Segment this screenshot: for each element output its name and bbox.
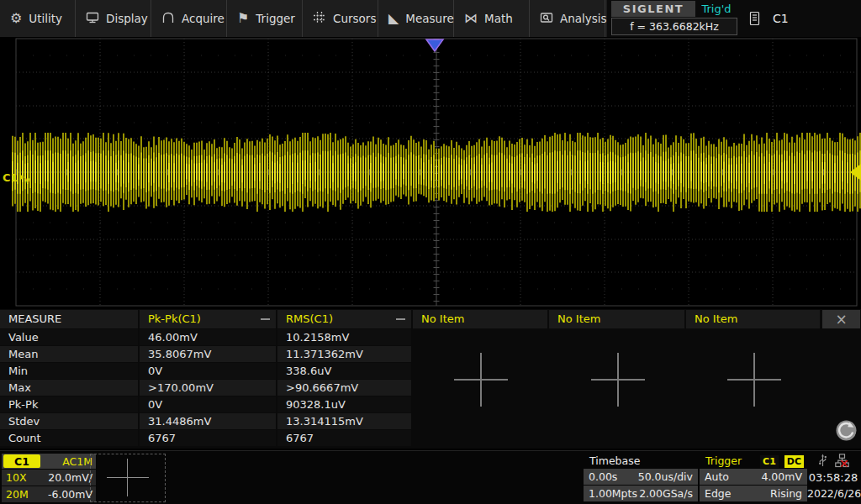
- sample-rate: 2.00GSa/s: [639, 487, 693, 500]
- trigger-slope: Rising: [770, 487, 802, 500]
- timebase-box[interactable]: Timebase 0.00s 50.0us/div 1.00Mpts 2.00G…: [584, 454, 698, 502]
- menu-label: Analysis: [560, 12, 607, 25]
- top-menu-bar: ⚙ Utility Display Acquire ⚑ Trigger Curs…: [0, 0, 861, 37]
- bowtie-m-icon: ⋈: [464, 12, 478, 25]
- clipboard-icon: [748, 11, 761, 26]
- table-row: Pk-Pk 0V 90328.1uV: [0, 396, 411, 412]
- right-arrow-icon: [19, 174, 24, 181]
- waveform-arch-icon: [161, 11, 175, 27]
- remove-measurement-button[interactable]: [396, 318, 405, 320]
- menu-item-trigger[interactable]: ⚑ Trigger: [227, 0, 303, 37]
- active-channel-indicator[interactable]: C1: [748, 0, 789, 36]
- menu-item-acquire[interactable]: Acquire: [151, 0, 227, 37]
- add-measurement-button[interactable]: [591, 353, 645, 407]
- trigger-level: 4.00mV: [761, 470, 802, 483]
- active-channel-label: C1: [773, 12, 789, 25]
- channel1-descriptor-box[interactable]: C1 AC1M 10X 20.0mV/ 20M -6.00mV: [2, 454, 96, 502]
- reset-statistics-button[interactable]: [835, 419, 858, 442]
- table-row: Mean 35.8067mV 11.371362mV: [0, 346, 411, 362]
- oscilloscope-screen: ⚙ Utility Display Acquire ⚑ Trigger Curs…: [0, 0, 861, 504]
- monitor-icon: [86, 11, 99, 27]
- circular-arrows-icon: [835, 419, 858, 442]
- channel-offset-label: C1: [3, 171, 18, 184]
- set-square-icon: ◣: [388, 12, 399, 25]
- menu-label: Trigger: [256, 12, 295, 25]
- menu-item-display[interactable]: Display: [76, 0, 151, 37]
- timebase-title: Timebase: [584, 454, 698, 468]
- trigger-box[interactable]: Trigger C1 DC Auto 4.00mV Edge Rising: [700, 454, 807, 502]
- menu-item-measure[interactable]: ◣ Measure: [378, 0, 454, 37]
- menu-item-cursors[interactable]: Cursors: [303, 0, 378, 37]
- remove-measurement-button[interactable]: [261, 318, 270, 320]
- probe-label: 10X: [6, 471, 26, 484]
- table-row: Min 0V 338.6uV: [0, 363, 411, 379]
- add-channel-slot[interactable]: [90, 454, 166, 502]
- trigger-status-badge: Trig'd: [695, 1, 737, 17]
- measure-column-header-empty[interactable]: No Item: [549, 310, 684, 328]
- menu-label: Acquire: [182, 12, 224, 25]
- channel1-badge: C1: [3, 454, 40, 468]
- menu-item-utility[interactable]: ⚙ Utility: [0, 0, 76, 37]
- table-row: Count 6767 6767: [0, 430, 411, 446]
- network-disconnected-icon: ✕: [839, 458, 849, 470]
- add-measurement-button[interactable]: [454, 353, 508, 407]
- menu-item-math[interactable]: ⋈ Math: [454, 0, 530, 37]
- measure-column-header-empty[interactable]: No Item: [413, 310, 547, 328]
- trigger-title: Trigger: [705, 454, 742, 467]
- flag-icon: ⚑: [237, 12, 249, 25]
- bottom-status-bar: C1 AC1M 10X 20.0mV/ 20M -6.00mV Timebase…: [0, 450, 861, 504]
- waveform-display-area: C1 v: [0, 37, 861, 307]
- frequency-counter: f = 363.6682kHz: [611, 18, 737, 35]
- brand-status-panel: SIGLENT Trig'd f = 363.6682kHz: [611, 1, 737, 36]
- trigger-source-badge: C1: [760, 455, 779, 468]
- close-measure-panel-button[interactable]: ×: [822, 310, 860, 328]
- usb-icon: [817, 454, 828, 468]
- menu-label: Math: [484, 12, 513, 25]
- system-status-zone: ✕ 03:58:28 2022/6/26: [807, 454, 859, 502]
- menu-item-analysis[interactable]: Analysis: [530, 0, 605, 37]
- timebase-scale: 50.0us/div: [638, 470, 693, 483]
- bandwidth-label: 20M: [6, 488, 29, 501]
- trigger-type: Edge: [705, 487, 731, 500]
- channel-offset-marker[interactable]: C1 v: [3, 169, 30, 186]
- measure-column-header[interactable]: RMS(C1): [277, 310, 411, 328]
- volts-per-div: 20.0mV/: [48, 471, 92, 484]
- clock-time: 03:58:28: [807, 470, 859, 486]
- clock-date: 2022/6/26: [807, 486, 859, 501]
- timebase-delay: 0.00s: [589, 470, 617, 483]
- crosshatch-icon: [313, 11, 326, 27]
- gear-icon: ⚙: [10, 12, 22, 25]
- measurement-panel: MEASURE Pk-Pk(C1) RMS(C1) No Item No Ite…: [0, 309, 861, 449]
- ground-symbol: v: [25, 175, 31, 186]
- menu-label: Utility: [29, 12, 62, 25]
- menu: ⚙ Utility Display Acquire ⚑ Trigger Curs…: [0, 0, 607, 37]
- menu-label: Measure: [405, 12, 453, 25]
- measure-column-header[interactable]: Pk-Pk(C1): [140, 310, 276, 328]
- table-row: Max >170.00mV >90.6667mV: [0, 380, 411, 396]
- table-row: Stdev 31.4486mV 13.314115mV: [0, 413, 411, 429]
- scope-graticule: [0, 37, 861, 307]
- measure-panel-title: MEASURE: [0, 310, 138, 328]
- magnifier-folder-icon: [540, 11, 553, 27]
- menu-label: Display: [106, 12, 148, 25]
- trigger-level-marker[interactable]: [850, 164, 861, 181]
- table-row: Value 46.00mV 10.2158mV: [0, 329, 411, 345]
- siglent-logo: SIGLENT: [611, 1, 695, 17]
- add-measurement-button[interactable]: [727, 353, 781, 407]
- memory-depth: 1.00Mpts: [589, 487, 637, 500]
- menu-label: Cursors: [333, 12, 376, 25]
- measure-column-header-empty[interactable]: No Item: [686, 310, 820, 328]
- coupling-label: AC1M: [62, 455, 92, 468]
- trigger-coupling-badge: DC: [784, 455, 804, 468]
- offset-value: -6.00mV: [48, 488, 92, 501]
- trigger-mode: Auto: [705, 470, 729, 483]
- trigger-position-marker[interactable]: [426, 39, 443, 51]
